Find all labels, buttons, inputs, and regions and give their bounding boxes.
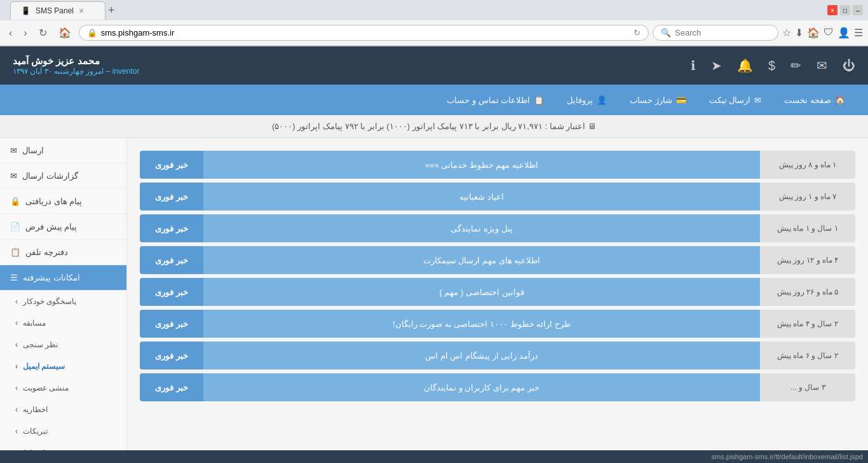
status-url: sms.pishgam-sms.ir/tt/default/inboxemail…	[712, 453, 863, 460]
sidebar-item-default-msg[interactable]: پیام پیش فرض 📄	[0, 214, 126, 240]
news-item[interactable]: ۲ سال و ۴ ماه پیش طرح ارائه خطوط ۱۰۰۰ اخ…	[140, 310, 855, 338]
email-system-label: سیستم ایمیل	[23, 362, 65, 371]
phonebook-label: دفترچه تلفن	[25, 247, 68, 257]
sidebar: ارسال ✉ گزارشات ارسال ✉ پیام های دریافتی…	[0, 138, 127, 463]
phonebook-icon: 📋	[10, 247, 20, 257]
reload-icon: ↻	[634, 28, 641, 38]
nav-charge[interactable]: 💳 شارژ حساب	[620, 90, 696, 110]
news-item[interactable]: ۵ ماه و ۲۶ روز پیش قوانین اختصاصی ( مهم …	[140, 278, 855, 306]
active-tab[interactable]: 📱 SMS Panel ×	[10, 1, 105, 20]
contact-icon: 📋	[534, 95, 544, 105]
news-list: ۱ ماه و ۸ روز پیش اطلاعیه مهم خطوط خدمات…	[140, 151, 855, 401]
main-layout: ۱ ماه و ۸ روز پیش اطلاعیه مهم خطوط خدمات…	[0, 138, 868, 463]
new-tab-button[interactable]: +	[105, 1, 118, 20]
inbox-icon: 🔒	[10, 197, 20, 206]
sidebar-sub-email[interactable]: سیستم ایمیل ›	[0, 356, 126, 377]
ticket-icon: ✉	[754, 95, 761, 105]
nav-home-label: صفحه نخست	[784, 95, 831, 105]
chevron-warning-icon: ›	[15, 405, 18, 414]
news-badge: خبر فوری	[140, 183, 203, 211]
news-badge: خبر فوری	[140, 310, 203, 338]
sidebar-sub-poll[interactable]: نظر سنجی ›	[0, 334, 126, 356]
browser-nav: ‹ › ↻ 🏠 🔒 ↻ 🔍 ☆ ⬇ 🏠 🛡 👤 ☰	[0, 20, 868, 46]
nav-ticket[interactable]: ✉ ارسال تیکت	[699, 90, 772, 110]
inbox-label: پیام های دریافتی	[25, 197, 82, 206]
news-title: اطلاعیه های مهم ارسال سیمکارت	[203, 246, 760, 274]
edit-icon[interactable]: ✏	[790, 58, 801, 73]
sidebar-sub-congrats[interactable]: تبریکات ›	[0, 420, 126, 442]
bell-icon[interactable]: 🔔	[737, 58, 753, 73]
news-badge: خبر فوری	[140, 151, 203, 179]
close-button[interactable]: ×	[827, 5, 837, 15]
news-item[interactable]: ۷ ماه و ۱ روز پیش اعیاد شعبانیه خبر فوری	[140, 183, 855, 211]
tab-close-icon[interactable]: ×	[79, 6, 84, 16]
download-icon[interactable]: ⬇	[795, 27, 803, 39]
charge-icon: 💳	[676, 95, 686, 105]
news-badge: خبر فوری	[140, 278, 203, 306]
search-icon: 🔍	[661, 28, 671, 38]
news-title: درآمد زایی از پیشگام اس ام اس	[203, 342, 760, 370]
sidebar-sub-warning[interactable]: اخطاریه ›	[0, 399, 126, 420]
menu-icon[interactable]: ☰	[854, 27, 863, 39]
news-date: ۴ ماه و ۱۲ روز پیش	[760, 246, 855, 274]
news-badge: خبر فوری	[140, 246, 203, 274]
info-icon[interactable]: ℹ	[691, 58, 696, 73]
nav-contact[interactable]: 📋 اطلاعات تماس و حساب	[437, 90, 554, 110]
news-date: ۱ ماه و ۸ روز پیش	[760, 151, 855, 179]
chevron-poll-icon: ›	[15, 340, 18, 349]
reload-button[interactable]: ↻	[35, 24, 51, 41]
arsaal-label: ارسال	[22, 146, 44, 155]
news-item[interactable]: ۴ ماه و ۱۲ روز پیش اطلاعیه های مهم ارسال…	[140, 246, 855, 274]
news-item[interactable]: ۲ سال و ۶ ماه پیش درآمد زایی از پیشگام ا…	[140, 342, 855, 370]
sidebar-sub-membership[interactable]: منشی عضویت ›	[0, 377, 126, 399]
maximize-button[interactable]: □	[840, 5, 850, 15]
tab-favicon: 📱	[21, 6, 31, 15]
credit-text: اعتبار شما : ۷۱,۹۷۱ ریال برابر با ۷۱۳ پی…	[272, 121, 585, 131]
content-area: ۱ ماه و ۸ روز پیش اطلاعیه مهم خطوط خدمات…	[127, 138, 868, 463]
nav-home[interactable]: 🏠 صفحه نخست	[774, 90, 855, 110]
default-msg-label: پیام پیش فرض	[25, 222, 77, 232]
profile-nav-icon: 👤	[597, 95, 607, 105]
warning-label: اخطاریه	[23, 405, 48, 414]
minimize-button[interactable]: –	[853, 5, 863, 15]
advanced-icon: ☰	[10, 273, 18, 282]
chevron-email-icon: ›	[15, 362, 18, 371]
sidebar-item-arsaal[interactable]: ارسال ✉	[0, 138, 126, 163]
top-nav: 🏠 صفحه نخست ✉ ارسال تیکت 💳 شارژ حساب 👤 پ…	[0, 85, 868, 115]
sidebar-item-phonebook[interactable]: دفترچه تلفن 📋	[0, 240, 126, 265]
sidebar-item-advanced[interactable]: امکانات پیشرفته ☰	[0, 265, 126, 291]
sidebar-sub-autoresponder[interactable]: پاسخگوی خودکار ›	[0, 291, 126, 312]
nav-profile[interactable]: 👤 پروفایل	[557, 90, 617, 110]
send-icon[interactable]: ➤	[711, 58, 722, 73]
news-date: ۷ ماه و ۱ روز پیش	[760, 183, 855, 211]
browser-chrome: – □ × 📱 SMS Panel × + ‹ › ↻ 🏠 🔒 ↻ 🔍	[0, 0, 868, 46]
news-item[interactable]: ۱ سال و ۱ ماه پیش پنل ویژه نمایندگی خبر …	[140, 214, 855, 242]
autoresponder-label: پاسخگوی خودکار	[23, 297, 76, 306]
profile-icon[interactable]: 👤	[837, 27, 850, 39]
home-button[interactable]: 🏠	[55, 24, 75, 41]
sidebar-sub-contest[interactable]: مسابقه ›	[0, 312, 126, 334]
back-button[interactable]: ‹	[5, 25, 16, 41]
tab-bar: 📱 SMS Panel × +	[5, 1, 822, 20]
sidebar-item-reports[interactable]: گزارشات ارسال ✉	[0, 163, 126, 189]
news-item[interactable]: ۳ سال و ... خبر مهم برای کاربران و نماین…	[140, 373, 855, 401]
home-nav-icon[interactable]: 🏠	[807, 27, 820, 39]
address-input[interactable]	[101, 28, 630, 38]
reports-label: گزارشات ارسال	[22, 171, 78, 181]
news-title: خبر مهم برای کاربران و نمایندگان	[203, 373, 760, 401]
bookmark-star-icon[interactable]: ☆	[782, 27, 791, 39]
power-icon[interactable]: ⏻	[843, 59, 855, 73]
address-bar[interactable]: 🔒 ↻	[79, 25, 649, 41]
status-bar: sms.pishgam-sms.ir/tt/default/inboxemail…	[0, 450, 868, 463]
forward-button[interactable]: ›	[20, 25, 31, 41]
news-title: اعیاد شعبانیه	[203, 183, 760, 211]
app-header: ⏻ ✉ ✏ $ 🔔 ➤ ℹ محمد عزیز خوش آمید invento…	[0, 46, 868, 85]
search-bar[interactable]: 🔍	[653, 25, 778, 41]
search-input[interactable]	[675, 28, 770, 38]
shield-icon[interactable]: 🛡	[824, 27, 834, 39]
news-item[interactable]: ۱ ماه و ۸ روز پیش اطلاعیه مهم خطوط خدمات…	[140, 151, 855, 179]
sidebar-item-inbox[interactable]: پیام های دریافتی 🔒	[0, 189, 126, 214]
home-icon: 🏠	[835, 95, 845, 105]
mail-icon[interactable]: ✉	[817, 58, 827, 73]
dollar-icon[interactable]: $	[768, 59, 775, 73]
